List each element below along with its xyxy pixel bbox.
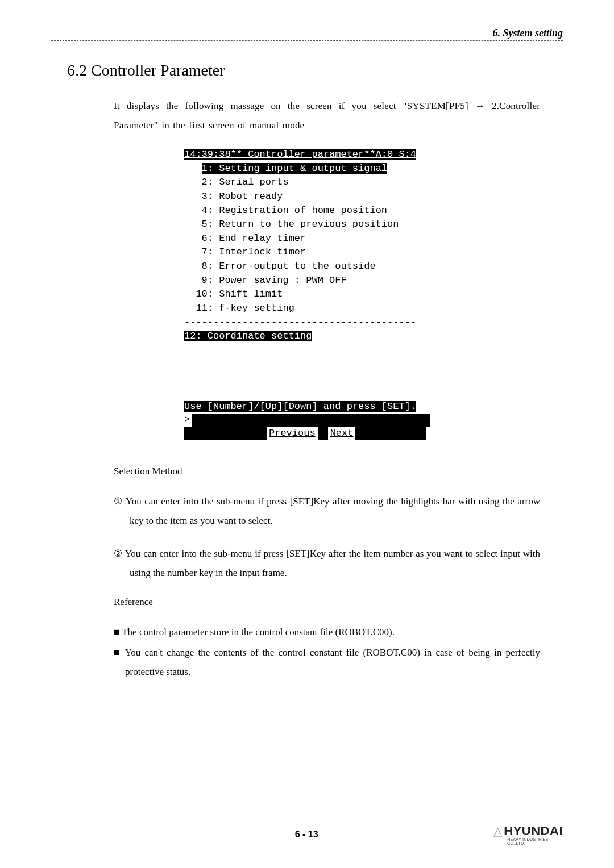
terminal-divider: ---------------------------------------- <box>184 316 430 330</box>
terminal-item-2: 2: Serial ports <box>184 176 430 190</box>
footer-divider <box>51 820 563 820</box>
chapter-header: 6. System setting <box>51 27 563 39</box>
terminal-screen: 14:39:38** Controller parameter**A:0 S:4… <box>184 148 430 440</box>
selection-method-heading: Selection Method <box>114 466 563 477</box>
terminal-item-7: 7: Interlock timer <box>184 245 430 260</box>
selection-item-1: ① You can enter into the sub-menu if pre… <box>114 492 540 531</box>
terminal-item-4: 4: Registration of home position <box>184 204 430 218</box>
terminal-prompt: > <box>184 413 192 427</box>
section-title: 6.2 Controller Parameter <box>67 61 563 80</box>
section-intro: It displays the following massage on the… <box>114 97 540 135</box>
terminal-prompt-row: > <box>184 414 430 427</box>
terminal-next: Next <box>328 427 356 440</box>
terminal-item-12: 12: Coordinate setting <box>184 331 312 341</box>
terminal-title: 14:39:38** Controller parameter**A:0 S:4 <box>184 149 416 160</box>
reference-heading: Reference <box>114 596 563 608</box>
logo-text: HYUNDAI <box>504 824 563 838</box>
terminal-item-9: 9: Power saving : PWM OFF <box>184 274 430 288</box>
terminal-item-6: 6: End relay timer <box>184 232 430 246</box>
logo-triangle-icon: △ <box>493 824 502 838</box>
terminal-footer: Previous Next <box>184 427 430 440</box>
terminal-item-5: 5: Return to the previous position <box>184 218 430 232</box>
page-number: 6 - 13 <box>119 829 493 840</box>
terminal-instruction: Use [Number]/[Up][Down] and press [SET]. <box>184 401 416 412</box>
selection-item-2: ② You can enter into the sub-menu if pre… <box>114 544 540 583</box>
terminal-item-1: 1: Setting input & output signal <box>184 162 430 176</box>
terminal-item-8: 8: Error-output to the outside <box>184 260 430 274</box>
terminal-item-11: 11: f-key setting <box>184 302 430 316</box>
terminal-previous: Previous <box>267 427 318 440</box>
terminal-item-3: 3: Robot ready <box>184 190 430 204</box>
header-divider <box>51 40 563 41</box>
logo-subtext: HEAVY INDUSTRIES CO.,LTD. <box>507 837 563 845</box>
reference-item-2: ■ You can't change the contents of the c… <box>114 643 540 682</box>
logo: △ HYUNDAI HEAVY INDUSTRIES CO.,LTD. <box>493 824 563 845</box>
terminal-item-10: 10: Shift limit <box>184 287 430 302</box>
page-footer: 6 - 13 △ HYUNDAI HEAVY INDUSTRIES CO.,LT… <box>51 820 563 845</box>
reference-item-1: ■ The control parameter store in the con… <box>114 623 540 642</box>
